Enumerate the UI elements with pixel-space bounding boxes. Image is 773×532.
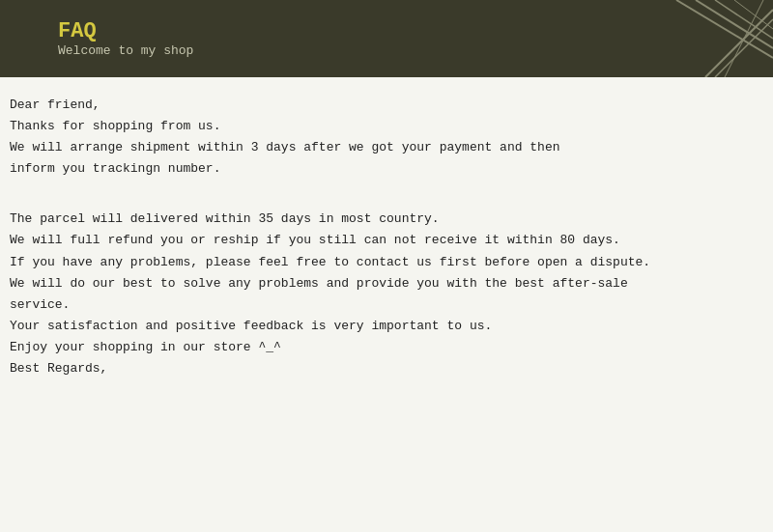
svg-line-1 bbox=[696, 0, 773, 48]
content-line8: We will do our best to solve any problem… bbox=[10, 273, 763, 294]
content-spacer bbox=[10, 180, 763, 209]
content-line2: Thanks for shopping from us. bbox=[10, 116, 763, 137]
content-line5: The parcel will delivered within 35 days… bbox=[10, 209, 763, 230]
content-line6: We will full refund you or reship if you… bbox=[10, 230, 763, 251]
content-line3: We will arrange shipment within 3 days a… bbox=[10, 137, 763, 158]
content-line12: Best Regards, bbox=[10, 358, 763, 379]
header-title: FAQ bbox=[58, 19, 193, 43]
svg-line-4 bbox=[705, 10, 773, 77]
content-line4: inform you trackingn number. bbox=[10, 158, 763, 180]
header-text-block: FAQ Welcome to my shop bbox=[58, 19, 193, 58]
faq-content: Dear friend, Thanks for shopping from us… bbox=[0, 77, 773, 532]
header-decoration-icon bbox=[580, 0, 773, 77]
content-line7: If you have any problems, please feel fr… bbox=[10, 252, 763, 273]
content-line9: service. bbox=[10, 294, 763, 316]
page-header: FAQ Welcome to my shop bbox=[0, 0, 773, 77]
header-subtitle: Welcome to my shop bbox=[58, 43, 193, 58]
content-line10: Your satisfaction and positive feedback … bbox=[10, 316, 763, 337]
content-line1: Dear friend, bbox=[10, 95, 763, 116]
content-line11: Enjoy your shopping in our store ^_^ bbox=[10, 337, 763, 358]
